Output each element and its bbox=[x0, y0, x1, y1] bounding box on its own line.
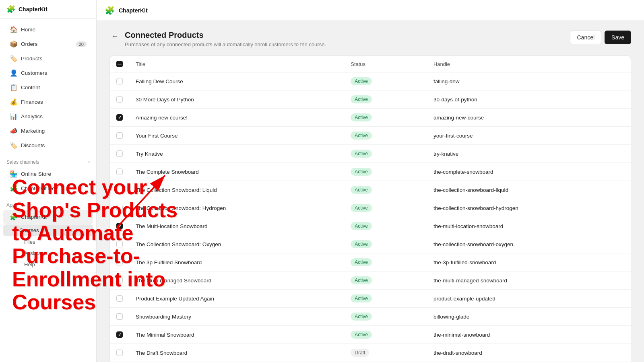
status-badge: Active bbox=[351, 95, 372, 103]
back-button[interactable]: ← bbox=[109, 31, 120, 41]
sidebar-item-content[interactable]: 📋 Content bbox=[3, 80, 93, 95]
finances-icon: 💰 bbox=[10, 98, 17, 106]
row-status: Active bbox=[344, 326, 427, 344]
table-row: The Complete Snowboard Active the-comple… bbox=[110, 163, 631, 181]
chapterkit-dev-icon: 🧩 bbox=[10, 185, 17, 192]
sidebar-sub-item-assistant[interactable]: Assistant bbox=[3, 248, 93, 259]
row-checkbox-cell bbox=[110, 199, 129, 217]
apps-section[interactable]: Apps › bbox=[0, 196, 96, 210]
files-label: Files bbox=[24, 239, 35, 245]
row-status: Draft bbox=[344, 344, 427, 362]
content-area: ← Connected Products Purchases of any co… bbox=[97, 21, 644, 362]
row-checkbox-3[interactable] bbox=[116, 132, 123, 139]
sales-channels-section[interactable]: Sales channels › bbox=[0, 153, 96, 167]
row-title: The Collection Snowboard: Liquid bbox=[129, 181, 344, 199]
col-title: Title bbox=[129, 56, 344, 72]
table-row: The Collection Snowboard: Hydrogen Activ… bbox=[110, 199, 631, 217]
row-checkbox-cell bbox=[110, 109, 129, 127]
row-status: Active bbox=[344, 181, 427, 199]
row-checkbox-10[interactable] bbox=[116, 259, 123, 265]
row-status: Active bbox=[344, 72, 427, 90]
sidebar-item-customers[interactable]: 👤 Customers bbox=[3, 66, 93, 80]
table-row: Your First Course Active your-first-cour… bbox=[110, 127, 631, 145]
app-icon: 🧩 bbox=[6, 5, 15, 14]
row-checkbox-5[interactable] bbox=[116, 169, 123, 175]
sidebar-item-discounts[interactable]: 🏷️ Discounts bbox=[3, 138, 93, 152]
sidebar-item-chapterkit-dev[interactable]: 🧩 ChapterKit Dev bbox=[3, 181, 93, 195]
header-actions: Cancel Save bbox=[570, 31, 631, 44]
table-row: Try Knative Active try-knative bbox=[110, 145, 631, 163]
page-header: ← Connected Products Purchases of any co… bbox=[109, 31, 631, 47]
row-title: The Multi-location Snowboard bbox=[129, 217, 344, 235]
row-checkbox-13[interactable] bbox=[116, 313, 123, 320]
sidebar-item-online-store[interactable]: 🏪 Online Store bbox=[3, 167, 93, 181]
sidebar-item-orders[interactable]: 📦 Orders 20 bbox=[3, 37, 93, 51]
status-badge: Active bbox=[351, 204, 372, 212]
help-label: Help bbox=[24, 261, 35, 267]
status-badge: Active bbox=[351, 222, 372, 230]
row-checkbox-cell bbox=[110, 127, 129, 145]
sidebar-label-online-store: Online Store bbox=[21, 171, 51, 177]
row-status: Active bbox=[344, 217, 427, 235]
sidebar-sub-item-courses[interactable]: Courses bbox=[3, 224, 93, 236]
row-checkbox-6[interactable] bbox=[116, 187, 123, 193]
row-handle: the-complete-snowboard bbox=[427, 163, 631, 181]
content-icon: 📋 bbox=[10, 84, 17, 91]
row-checkbox-cell bbox=[110, 145, 129, 163]
table-row: The Multi-location Snowboard Active the-… bbox=[110, 217, 631, 235]
row-checkbox-cell bbox=[110, 272, 129, 290]
sales-channels-label: Sales channels bbox=[6, 159, 39, 165]
row-handle: the-minimal-snowboard bbox=[427, 326, 631, 344]
row-checkbox-1[interactable] bbox=[116, 96, 123, 103]
row-title: Falling Dew Course bbox=[129, 72, 344, 90]
row-title: Product Example Updated Again bbox=[129, 290, 344, 308]
row-title: The 3p Fulfilled Snowboard bbox=[129, 253, 344, 272]
row-checkbox-15[interactable] bbox=[116, 350, 123, 356]
row-handle: falling-dew bbox=[427, 72, 631, 90]
sidebar-label-chapterkit-dev: ChapterKit Dev bbox=[21, 185, 58, 191]
row-handle: the-collection-snowboard-liquid bbox=[427, 181, 631, 199]
topbar-title: ChapterKit bbox=[119, 7, 148, 14]
table-row: The Draft Snowboard Draft the-draft-snow… bbox=[110, 344, 631, 362]
row-checkbox-8[interactable] bbox=[116, 223, 123, 229]
table-row: The Collection Snowboard: Oxygen Active … bbox=[110, 235, 631, 253]
row-title: The Minimal Snowboard bbox=[129, 326, 344, 344]
row-handle: the-multi-managed-snowboard bbox=[427, 272, 631, 290]
row-handle: your-first-course bbox=[427, 127, 631, 145]
row-status: Active bbox=[344, 253, 427, 272]
row-handle: the-3p-fulfilled-snowboard bbox=[427, 253, 631, 272]
sidebar-item-chapterkit[interactable]: 🧩 ChapterKit bbox=[3, 210, 93, 224]
sidebar-item-analytics[interactable]: 📊 Analytics bbox=[3, 109, 93, 123]
courses-label: Courses bbox=[19, 227, 39, 233]
sidebar-label-chapterkit: ChapterKit bbox=[21, 214, 47, 220]
select-all-checkbox[interactable] bbox=[116, 61, 123, 67]
sidebar-header: 🧩 ChapterKit bbox=[0, 0, 96, 19]
sidebar-label-home: Home bbox=[21, 27, 35, 33]
row-checkbox-4[interactable] bbox=[116, 150, 123, 157]
row-checkbox-14[interactable] bbox=[116, 331, 123, 338]
row-checkbox-12[interactable] bbox=[116, 295, 123, 302]
row-title: The Multi-managed Snowboard bbox=[129, 272, 344, 290]
row-status: Active bbox=[344, 109, 427, 127]
row-checkbox-9[interactable] bbox=[116, 241, 123, 247]
row-checkbox-0[interactable] bbox=[116, 78, 123, 84]
sidebar-item-home[interactable]: 🏠 Home bbox=[3, 23, 93, 37]
sidebar-item-products[interactable]: 🏷️ Products bbox=[3, 51, 93, 66]
cancel-button[interactable]: Cancel bbox=[570, 31, 601, 44]
row-checkbox-2[interactable] bbox=[116, 114, 123, 121]
sidebar-sub-item-help[interactable]: Help bbox=[3, 259, 93, 270]
status-badge: Active bbox=[351, 113, 372, 121]
sidebar-item-marketing[interactable]: 📣 Marketing bbox=[3, 124, 93, 138]
sidebar-item-finances[interactable]: 💰 Finances bbox=[3, 95, 93, 109]
row-checkbox-7[interactable] bbox=[116, 205, 123, 211]
row-handle: 30-days-of-python bbox=[427, 90, 631, 109]
row-handle: the-collection-snowboard-oxygen bbox=[427, 235, 631, 253]
status-badge: Active bbox=[351, 294, 372, 302]
row-checkbox-11[interactable] bbox=[116, 277, 123, 284]
sidebar-sub-item-files[interactable]: Files bbox=[3, 237, 93, 247]
save-button[interactable]: Save bbox=[605, 31, 631, 44]
row-title: Amazing new course! bbox=[129, 109, 344, 127]
row-status: Active bbox=[344, 145, 427, 163]
status-badge: Active bbox=[351, 240, 372, 248]
row-title: The Complete Snowboard bbox=[129, 163, 344, 181]
